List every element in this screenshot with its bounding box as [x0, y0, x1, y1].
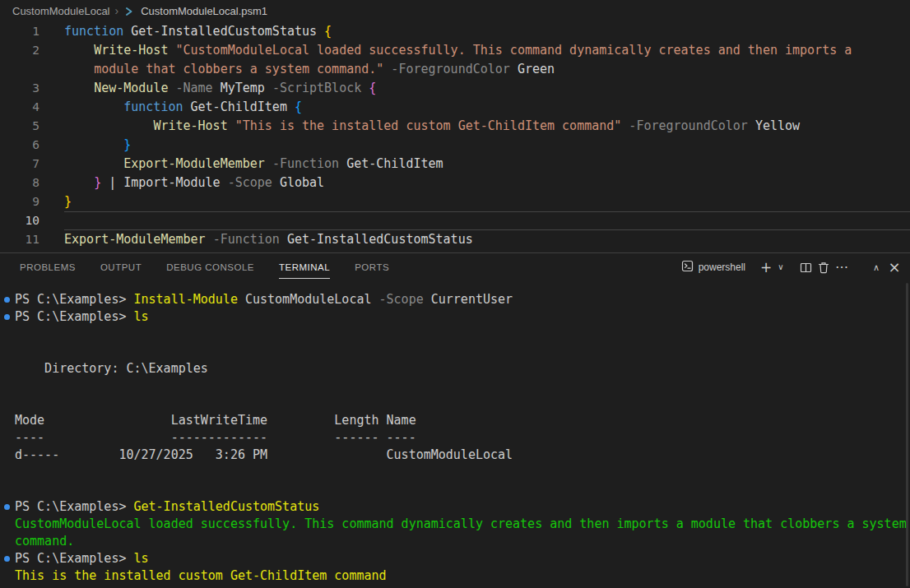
terminal-line: This is the installed custom Get-ChildIt…: [0, 567, 910, 585]
code-text[interactable]: }: [64, 136, 910, 155]
terminal-token: This is the installed custom Get-ChildIt…: [15, 568, 387, 583]
code-token: -ScriptBlock: [272, 81, 361, 95]
code-text[interactable]: } | Import-Module -Scope Global: [64, 174, 910, 192]
terminal-token: command.: [15, 534, 74, 549]
terminal-token: ls: [134, 551, 149, 566]
maximize-panel-icon[interactable]: ∧: [867, 258, 885, 276]
code-token: -Scope: [228, 175, 272, 190]
editor-line[interactable]: 9}: [0, 192, 910, 211]
terminal-line: [0, 481, 910, 498]
tab-terminal[interactable]: TERMINAL: [279, 253, 330, 281]
line-number: 11: [0, 230, 39, 249]
tab-problems[interactable]: PROBLEMS: [20, 253, 76, 281]
code-token: -ForegroundColor: [629, 118, 748, 133]
editor-line[interactable]: 7 Export-ModuleMember -Function Get-Chil…: [0, 155, 910, 174]
code-text[interactable]: Export-ModuleMember -Function Get-Instal…: [64, 230, 910, 249]
code-row: New-Module -Name MyTemp -ScriptBlock {: [64, 79, 910, 98]
new-terminal-button[interactable]: +: [757, 258, 775, 276]
code-token: Export-ModuleMember: [64, 232, 206, 247]
code-token: [64, 156, 123, 171]
code-text[interactable]: function Get-InstalledCustomStatus {: [64, 22, 910, 41]
terminal-token: Mode LastWriteTime Length Name: [15, 413, 416, 428]
code-token: Yellow: [748, 118, 800, 133]
code-token: "This is the installed custom Get-ChildI…: [235, 118, 622, 133]
code-text[interactable]: function Get-ChildItem {: [64, 98, 910, 117]
command-decoration-dot: [4, 556, 10, 562]
code-token: [361, 81, 369, 95]
code-token: Global: [272, 175, 324, 190]
code-row: }: [64, 136, 910, 155]
terminal-token: Install-Module: [134, 292, 238, 307]
terminal-line: CustomModuleLocal loaded successfully. T…: [0, 516, 910, 533]
line-number: 3: [0, 79, 39, 98]
code-token: function: [123, 100, 183, 114]
panel-tabs: PROBLEMSOUTPUTDEBUG CONSOLETERMINALPORTS: [20, 253, 389, 281]
tab-debug-console[interactable]: DEBUG CONSOLE: [166, 253, 254, 281]
code-token: [383, 62, 391, 76]
close-panel-icon[interactable]: ×: [885, 258, 903, 276]
terminal-token: CustomModuleLocal: [238, 292, 379, 307]
terminal-token: CurrentUser: [424, 292, 513, 307]
code-token: }: [64, 194, 72, 209]
terminal-token: PS C:\Examples>: [15, 292, 134, 307]
terminal-line: [0, 395, 910, 412]
code-token: Get-ChildItem: [339, 156, 443, 171]
code-token: {: [369, 81, 376, 95]
more-actions-icon[interactable]: ⋯: [833, 258, 851, 276]
panel-header: PROBLEMSOUTPUTDEBUG CONSOLETERMINALPORTS…: [0, 253, 910, 281]
code-text[interactable]: }: [64, 192, 910, 211]
editor-line[interactable]: 4 function Get-ChildItem {: [0, 98, 910, 117]
code-token: Get-ChildItem: [183, 100, 295, 114]
breadcrumb-file[interactable]: CustomModuleLocal.psm1: [141, 5, 267, 17]
code-token: Export-ModuleMember: [123, 156, 265, 171]
code-token: Get-InstalledCustomStatus: [123, 24, 324, 39]
terminal-line: [0, 464, 910, 481]
code-token: -Function: [272, 156, 339, 171]
editor-line[interactable]: 8 } | Import-Module -Scope Global: [0, 174, 910, 192]
line-number: 5: [0, 117, 39, 136]
editor-line[interactable]: 1function Get-InstalledCustomStatus {: [0, 22, 910, 41]
code-token: Write-Host: [153, 118, 227, 133]
terminal-lines: PS C:\Examples> Install-Module CustomMod…: [0, 291, 910, 585]
editor-line[interactable]: 6 }: [0, 136, 910, 155]
code-token: Get-InstalledCustomStatus: [280, 232, 473, 247]
code-token: [621, 118, 629, 133]
terminal-line: Mode LastWriteTime Length Name: [0, 412, 910, 429]
editor-line[interactable]: 2 Write-Host "CustomModuleLocal loaded s…: [0, 41, 910, 79]
code-text[interactable]: New-Module -Name MyTemp -ScriptBlock {: [64, 79, 910, 98]
editor-line[interactable]: 11Export-ModuleMember -Function Get-Inst…: [0, 230, 910, 249]
code-text[interactable]: Write-Host "CustomModuleLocal loaded suc…: [64, 41, 910, 79]
tab-output[interactable]: OUTPUT: [100, 253, 142, 281]
code-text[interactable]: [64, 211, 910, 230]
terminal-scrollbar[interactable]: [906, 283, 908, 586]
editor-line[interactable]: 10: [0, 211, 910, 230]
terminal-instance-tab[interactable]: powershell: [681, 260, 745, 275]
breadcrumb-folder[interactable]: CustomModuleLocal: [12, 5, 110, 17]
kill-terminal-button[interactable]: [815, 258, 833, 276]
code-row: } | Import-Module -Scope Global: [64, 174, 910, 192]
terminal-output[interactable]: PS C:\Examples> Install-Module CustomMod…: [0, 281, 910, 588]
editor-line[interactable]: 5 Write-Host "This is the installed cust…: [0, 117, 910, 136]
terminal-line: Directory: C:\Examples: [0, 360, 910, 377]
code-token: -ForegroundColor: [391, 62, 510, 76]
terminal-line: [0, 377, 910, 395]
terminal-token: ls: [134, 309, 149, 324]
terminal-token: ---- ------------- ------ ----: [15, 430, 416, 445]
code-token: [64, 137, 123, 152]
terminal-profile-dropdown-icon[interactable]: ∨: [775, 258, 787, 276]
code-token: [265, 156, 272, 171]
terminal-line: ---- ------------- ------ ----: [0, 429, 910, 447]
vscode-window: CustomModuleLocal › CustomModuleLocal.ps…: [0, 0, 910, 588]
split-terminal-button[interactable]: [796, 258, 815, 276]
code-token: }: [94, 175, 101, 190]
code-editor[interactable]: 1function Get-InstalledCustomStatus {2 W…: [0, 21, 910, 252]
code-token: [228, 118, 235, 133]
editor-line[interactable]: 3 New-Module -Name MyTemp -ScriptBlock {: [0, 79, 910, 98]
tab-ports[interactable]: PORTS: [355, 253, 389, 281]
terminal-line: PS C:\Examples> Install-Module CustomMod…: [0, 291, 910, 308]
code-text[interactable]: Export-ModuleMember -Function Get-ChildI…: [64, 155, 910, 174]
code-token: Write-Host: [94, 43, 168, 58]
command-decoration-dot: [4, 297, 10, 303]
editor-lines: 1function Get-InstalledCustomStatus {2 W…: [0, 22, 910, 252]
code-text[interactable]: Write-Host "This is the installed custom…: [64, 117, 910, 136]
